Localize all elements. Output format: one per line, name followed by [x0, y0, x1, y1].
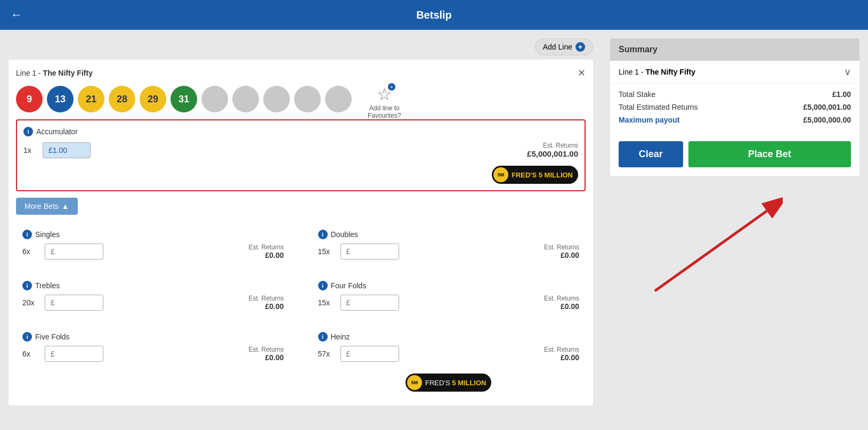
ball-empty-3[interactable]	[263, 86, 290, 112]
ball-empty-2[interactable]	[232, 86, 259, 112]
five-folds-header: i Five Folds	[22, 332, 284, 342]
add-line-plus-icon: +	[575, 42, 585, 52]
max-payout-value: £5,000,000.00	[803, 116, 851, 124]
four-folds-info-icon[interactable]: i	[318, 281, 328, 290]
four-folds-multiplier: 15x	[318, 298, 335, 307]
doubles-section: i Doubles 15x Est. Returns £0.00	[312, 223, 586, 266]
add-to-favourites-button[interactable]: ☆ + Add line to Favourites?	[368, 84, 401, 119]
four-folds-est: Est. Returns £0.00	[544, 295, 579, 311]
singles-header: i Singles	[22, 230, 284, 239]
total-stake-label: Total Stake	[619, 90, 655, 99]
balls-row: 9 13 21 28 29 31	[16, 86, 352, 112]
accumulator-row: 1x Est. Returns £5,000,001.00	[23, 142, 578, 158]
ball-empty-1[interactable]	[201, 86, 228, 112]
heinz-info-icon[interactable]: i	[318, 332, 328, 342]
add-line-button[interactable]: Add Line +	[535, 38, 593, 55]
trebles-header: i Trebles	[22, 281, 284, 290]
ball-9: 9	[16, 86, 43, 112]
four-folds-stake-input[interactable]	[340, 295, 399, 311]
heinz-est-value: £0.00	[544, 353, 579, 362]
four-folds-header: i Four Folds	[318, 281, 580, 290]
trebles-stake-input[interactable]	[45, 295, 103, 311]
svg-line-1	[655, 211, 767, 291]
total-stake-value: £1.00	[832, 90, 851, 99]
favourites-label: Add line to Favourites?	[368, 104, 401, 119]
ball-21: 21	[78, 86, 104, 112]
singles-multiplier: 6x	[22, 247, 39, 256]
fred-text-bottom: FRED'S 5 MILLION	[425, 379, 486, 387]
doubles-multiplier: 15x	[318, 247, 335, 256]
summary-line-title: Line 1 - The Nifty Fifty	[619, 68, 695, 76]
accumulator-multiplier: 1x	[23, 146, 36, 155]
more-bets-grid: i Singles 6x Est. Returns £0.00	[16, 223, 586, 398]
five-folds-label: Five Folds	[35, 332, 70, 341]
ball-28: 28	[109, 86, 135, 112]
doubles-est-value: £0.00	[544, 251, 579, 259]
close-line-button[interactable]: ✕	[578, 67, 586, 79]
clear-button[interactable]: Clear	[619, 141, 683, 167]
line-header: Line 1 - The Nifty Fifty ✕	[16, 67, 586, 79]
five-folds-section: i Five Folds 6x Est. Returns £0.00	[16, 326, 290, 398]
back-button[interactable]: ←	[11, 8, 22, 22]
max-payout-label: Maximum payout	[619, 116, 679, 124]
add-line-label: Add Line	[543, 43, 572, 51]
doubles-header: i Doubles	[318, 230, 580, 239]
trebles-est-value: £0.00	[248, 302, 283, 311]
accumulator-box: i Accumulator 1x Est. Returns £5,000,001…	[16, 119, 586, 191]
page-title: Betslip	[416, 9, 452, 21]
five-folds-multiplier: 6x	[22, 350, 39, 358]
trebles-row: 20x Est. Returns £0.00	[22, 295, 284, 311]
heinz-multiplier: 57x	[318, 350, 335, 358]
more-bets-chevron-icon: ▲	[62, 202, 69, 210]
heinz-header: i Heinz	[318, 332, 580, 342]
total-stake-row: Total Stake £1.00	[619, 90, 851, 99]
heinz-row: 57x Est. Returns £0.00	[318, 346, 580, 362]
accumulator-est-returns: Est. Returns £5,000,001.00	[527, 142, 578, 158]
five-folds-stake-input[interactable]	[45, 346, 103, 362]
ball-13: 13	[47, 86, 74, 112]
summary-actions: Clear Place Bet	[610, 135, 859, 176]
heinz-est-label: Est. Returns	[544, 346, 579, 353]
acc-est-value: £5,000,001.00	[527, 149, 578, 158]
singles-stake-input[interactable]	[45, 244, 103, 259]
singles-section: i Singles 6x Est. Returns £0.00	[16, 223, 290, 266]
doubles-stake-input[interactable]	[340, 244, 399, 259]
ball-empty-4[interactable]	[294, 86, 321, 112]
right-panel: Summary Line 1 - The Nifty Fifty ∨ Total…	[602, 30, 868, 430]
heinz-est: Est. Returns £0.00	[544, 346, 579, 362]
fred-text: FRED'S 5 MILLION	[512, 171, 573, 179]
summary-details: Total Stake £1.00 Total Estimated Return…	[610, 84, 859, 135]
total-est-returns-value: £5,000,001.00	[803, 103, 851, 111]
singles-est-label: Est. Returns	[248, 244, 283, 251]
fred-circle-bottom: 5M	[407, 375, 422, 390]
fred-circle: 5M	[493, 167, 508, 182]
red-arrow-svg	[612, 195, 783, 302]
four-folds-section: i Four Folds 15x Est. Returns £0.00	[312, 274, 586, 317]
singles-est: Est. Returns £0.00	[248, 244, 283, 259]
doubles-info-icon[interactable]: i	[318, 230, 328, 239]
five-folds-info-icon[interactable]: i	[22, 332, 32, 342]
four-folds-est-value: £0.00	[544, 302, 579, 311]
more-bets-button[interactable]: More Bets ▲	[16, 198, 78, 215]
singles-info-icon[interactable]: i	[22, 230, 32, 239]
max-payout-row: Maximum payout £5,000,000.00	[619, 116, 851, 124]
five-folds-est-label: Est. Returns	[248, 346, 283, 353]
summary-line-item[interactable]: Line 1 - The Nifty Fifty ∨	[610, 61, 859, 84]
acc-est-label: Est. Returns	[527, 142, 578, 149]
line-title: Line 1 - The Nifty Fifty	[16, 69, 93, 77]
ball-31: 31	[171, 86, 197, 112]
accumulator-stake-input[interactable]	[43, 142, 91, 158]
trebles-multiplier: 20x	[22, 298, 39, 307]
four-folds-row: 15x Est. Returns £0.00	[318, 295, 580, 311]
heinz-section: i Heinz 57x Est. Returns £0.00 5M	[312, 326, 586, 398]
ball-empty-5[interactable]	[325, 86, 352, 112]
four-folds-label: Four Folds	[331, 281, 367, 290]
accumulator-info-icon[interactable]: i	[23, 127, 33, 136]
add-line-area: Add Line +	[9, 38, 593, 55]
heinz-stake-input[interactable]	[340, 346, 399, 362]
singles-label: Singles	[35, 230, 60, 239]
place-bet-button[interactable]: Place Bet	[688, 141, 851, 167]
accumulator-label: Accumulator	[36, 127, 78, 136]
trebles-info-icon[interactable]: i	[22, 281, 32, 290]
total-est-returns-row: Total Estimated Returns £5,000,001.00	[619, 103, 851, 111]
